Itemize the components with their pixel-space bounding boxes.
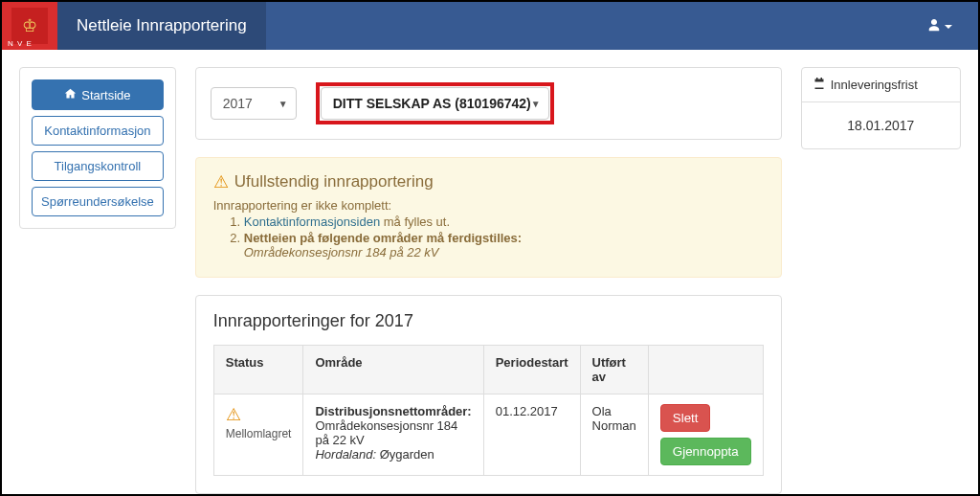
year-select-value: 2017: [223, 96, 253, 111]
col-periode: Periodestart: [483, 346, 580, 395]
right-column: Innleveringsfrist 18.01.2017: [801, 67, 961, 149]
chevron-down-icon: ▼: [278, 99, 288, 109]
omrade-county: Hordaland:: [315, 447, 376, 462]
gjenoppta-button[interactable]: Gjennoppta: [660, 438, 751, 465]
home-icon: [64, 87, 77, 102]
deadline-panel: Innleveringsfrist 18.01.2017: [801, 67, 961, 149]
user-menu[interactable]: [916, 18, 964, 34]
warning-icon: ⚠: [226, 404, 241, 425]
alert-item1-rest: må fylles ut.: [380, 214, 450, 229]
col-actions: [648, 346, 763, 395]
sidebar-item-kontakt[interactable]: Kontaktinformasjon: [32, 116, 164, 146]
filter-row: 2017 ▼ DITT SELSKAP AS (810196742) ▼: [195, 67, 782, 140]
table-row: ⚠ Mellomlagret Distribusjonsnettområder:…: [213, 395, 763, 476]
sidebar-item-sporre[interactable]: Spørreundersøkelse: [32, 187, 164, 216]
periodestart: 01.12.2017: [483, 395, 580, 476]
main-content: 2017 ▼ DITT SELSKAP AS (810196742) ▼ ⚠ U…: [195, 67, 782, 494]
slett-button[interactable]: Slett: [660, 404, 711, 432]
col-utfort: Utført av: [580, 346, 648, 395]
omrade-place: Øygarden: [376, 447, 434, 462]
status-text: Mellomlagret: [226, 427, 292, 440]
deadline-label: Innleveringsfrist: [831, 78, 918, 92]
sidebar-item-tilgang[interactable]: Tilgangskontroll: [32, 151, 164, 181]
caret-down-icon: [945, 18, 952, 34]
alert-intro: Innrapportering er ikke komplett:: [213, 198, 764, 213]
top-navbar: ♔ N V E Nettleie Innrapportering: [2, 2, 978, 50]
incomplete-alert: ⚠ Ufullstendig innrapportering Innrappor…: [195, 157, 782, 278]
warning-icon: ⚠: [213, 171, 229, 192]
sidebar-item-label: Tilgangskontroll: [55, 159, 142, 173]
company-select[interactable]: DITT SELSKAP AS (810196742) ▼: [321, 87, 549, 120]
alert-title: Ufullstendig innrapportering: [234, 172, 434, 192]
sidebar-item-label: Spørreundersøkelse: [41, 194, 154, 209]
reports-panel: Innrapporteringer for 2017 Status Område…: [195, 295, 782, 494]
omrade-title: Distribusjonsnettområder:: [315, 404, 471, 418]
deadline-date: 18.01.2017: [802, 102, 960, 148]
user-icon: [927, 18, 941, 34]
alert-kontakt-link[interactable]: Kontaktinformasjonsiden: [244, 214, 380, 229]
app-title[interactable]: Nettleie Innrapportering: [57, 2, 266, 50]
reports-heading: Innrapporteringer for 2017: [213, 311, 764, 331]
col-omrade: Område: [303, 346, 483, 395]
year-select[interactable]: 2017 ▼: [211, 87, 297, 120]
nve-logo[interactable]: ♔ N V E: [2, 2, 57, 50]
sidebar-item-label: Kontaktinformasjon: [44, 124, 150, 138]
omrade-line1: Områdekonsesjonsnr 184 på 22 kV: [315, 418, 457, 447]
logo-text: N V E: [8, 39, 33, 48]
company-select-highlight: DITT SELSKAP AS (810196742) ▼: [316, 82, 554, 124]
chevron-down-icon: ▼: [531, 99, 541, 109]
sidebar-nav: Startside Kontaktinformasjon Tilgangskon…: [19, 67, 176, 229]
crown-icon: ♔: [22, 15, 37, 36]
alert-item2-detail: Områdekonsesjonsnr 184 på 22 kV: [244, 245, 439, 259]
col-status: Status: [213, 346, 303, 395]
reports-table: Status Område Periodestart Utført av ⚠ M…: [213, 345, 764, 476]
company-select-value: DITT SELSKAP AS (810196742): [333, 96, 531, 111]
alert-item2-bold: Nettleien på følgende områder må ferdigs…: [244, 231, 522, 245]
utfort-av: Ola Norman: [580, 395, 648, 476]
sidebar-item-label: Startside: [81, 88, 130, 102]
calendar-icon: [813, 78, 825, 92]
sidebar-item-startside[interactable]: Startside: [32, 79, 164, 110]
